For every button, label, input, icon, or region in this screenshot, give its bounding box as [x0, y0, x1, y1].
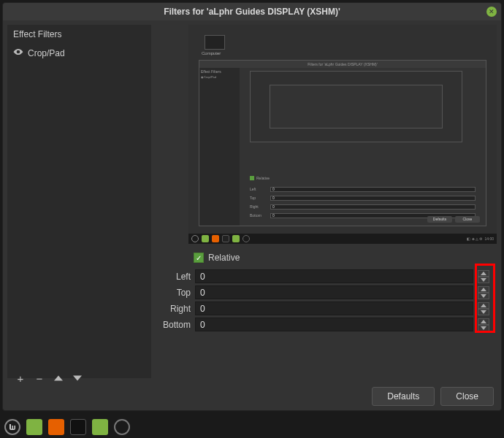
firefox-icon[interactable] — [48, 419, 64, 435]
bottom-input[interactable] — [195, 318, 473, 331]
window-title: Filters for 'aLphr Guides DISPLAY (XSHM)… — [164, 7, 340, 17]
bottom-spin-down[interactable] — [478, 325, 489, 331]
nested-taskbar: ◧ ◈ ◬ ⚙14:00 — [188, 234, 497, 244]
dialog-content: Effect Filters Crop/Pad Computer — [3, 20, 501, 383]
filters-dialog: Filters for 'aLphr Guides DISPLAY (XSHM)… — [2, 2, 502, 411]
top-input[interactable] — [195, 285, 473, 299]
titlebar[interactable]: Filters for 'aLphr Guides DISPLAY (XSHM)… — [3, 3, 501, 20]
nested-sidebar: Effect Filters ◉ Crop/Pad — [199, 68, 240, 226]
sidebar-toolbar: + − — [10, 368, 88, 387]
top-label: Top — [156, 288, 191, 298]
main-panel: Computer Filters for 'aLphr Guides DISPL… — [156, 25, 497, 378]
left-spinner — [478, 270, 489, 283]
left-label: Left — [156, 272, 191, 282]
left-spin-down[interactable] — [478, 277, 489, 283]
visibility-icon[interactable] — [13, 47, 23, 59]
files2-icon[interactable] — [92, 419, 108, 435]
top-spin-down[interactable] — [478, 293, 489, 299]
filters-sidebar: Effect Filters Crop/Pad — [7, 25, 151, 378]
nested-close-button: Close — [455, 216, 480, 223]
top-spin-up[interactable] — [478, 286, 489, 293]
nested-titlebar: Filters for 'aLphr Guides DISPLAY (XSHM)… — [199, 61, 486, 68]
filter-item-label: Crop/Pad — [28, 48, 65, 58]
move-down-icon[interactable] — [72, 372, 83, 384]
right-row: Right — [156, 301, 489, 315]
nested-preview — [250, 71, 462, 142]
relative-label: Relative — [208, 253, 240, 263]
terminal-icon[interactable] — [70, 419, 86, 435]
desktop-computer-icon — [205, 35, 225, 50]
right-label: Right — [156, 304, 191, 314]
sidebar-header: Effect Filters — [7, 25, 151, 44]
filter-list[interactable]: Crop/Pad — [7, 44, 151, 378]
nested-defaults-button: Defaults — [427, 216, 452, 223]
system-taskbar[interactable] — [0, 416, 504, 438]
move-up-icon[interactable] — [53, 372, 64, 384]
left-spin-up[interactable] — [478, 270, 489, 277]
add-filter-icon[interactable]: + — [15, 372, 26, 384]
right-spin-down[interactable] — [478, 309, 489, 315]
right-input[interactable] — [195, 301, 473, 315]
desktop-computer-label: Computer — [202, 51, 221, 55]
close-icon[interactable]: ✕ — [486, 7, 497, 17]
left-row: Left — [156, 269, 489, 283]
left-input[interactable] — [195, 269, 473, 283]
obs-icon[interactable] — [114, 419, 130, 435]
right-spinner — [478, 302, 489, 315]
bottom-label: Bottom — [156, 320, 191, 330]
top-spinner — [478, 286, 489, 299]
relative-checkbox[interactable]: ✓ — [194, 253, 204, 263]
nested-window: Filters for 'aLphr Guides DISPLAY (XSHM)… — [199, 60, 486, 226]
remove-filter-icon[interactable]: − — [34, 372, 45, 384]
mint-menu-icon[interactable] — [4, 419, 20, 435]
defaults-button[interactable]: Defaults — [372, 387, 435, 406]
close-button[interactable]: Close — [440, 387, 494, 406]
nested-relative: Relative — [250, 176, 270, 180]
nested-fields: Left0 Top0 Right0 Bottom0 — [250, 183, 476, 218]
right-spin-up[interactable] — [478, 302, 489, 309]
preview-image: Computer Filters for 'aLphr Guides DISPL… — [188, 25, 497, 244]
bottom-spinner — [478, 318, 489, 331]
bottom-row: Bottom — [156, 318, 489, 331]
preview-area: Computer Filters for 'aLphr Guides DISPL… — [188, 25, 497, 244]
settings-panel: ✓ Relative Left Top — [156, 248, 497, 336]
top-row: Top — [156, 285, 489, 299]
relative-checkbox-row[interactable]: ✓ Relative — [194, 253, 489, 263]
filter-item-crop-pad[interactable]: Crop/Pad — [7, 44, 151, 62]
bottom-spin-up[interactable] — [478, 318, 489, 325]
files-icon[interactable] — [26, 419, 42, 435]
